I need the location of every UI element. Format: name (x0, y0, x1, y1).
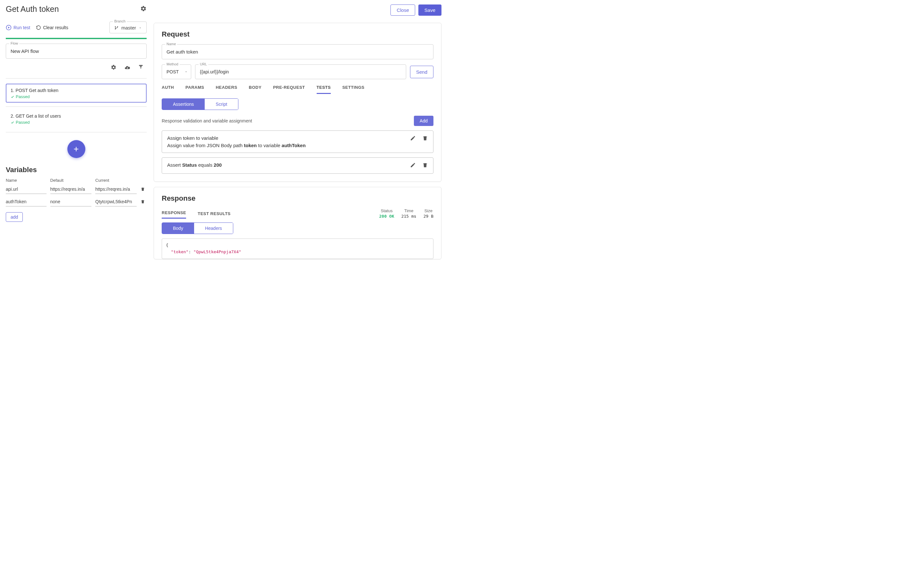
name-value: Get auth token (166, 49, 429, 55)
status-label: Status (381, 208, 393, 213)
add-step-button[interactable]: + (67, 140, 86, 158)
size-label: Size (425, 208, 433, 213)
svg-point-2 (115, 29, 116, 29)
svg-point-1 (115, 26, 116, 27)
col-default-header: Default (50, 178, 92, 183)
url-field[interactable]: URL {{api.url}}/login (195, 64, 406, 79)
run-test-button[interactable]: Run test (6, 25, 30, 31)
branch-select[interactable]: Branch master (110, 21, 147, 33)
col-name-header: Name (6, 178, 47, 183)
add-assertion-button[interactable]: Add (414, 116, 433, 126)
response-panel: Response RESPONSE TEST RESULTS Status 20… (153, 187, 441, 259)
run-test-label: Run test (13, 25, 30, 30)
close-button[interactable]: Close (391, 5, 415, 16)
subtab-assertions[interactable]: Assertions (162, 99, 205, 110)
trash-icon[interactable] (141, 187, 145, 192)
size-value: 29 B (423, 214, 433, 219)
url-field-label: URL (199, 62, 208, 66)
url-value: {{api.url}}/login (200, 69, 401, 74)
clear-results-label: Clear results (43, 25, 68, 30)
plus-icon: + (73, 144, 79, 154)
time-label: Time (404, 208, 413, 213)
method-field-label: Method (165, 62, 180, 66)
method-select[interactable]: Method POST (162, 64, 191, 79)
flow-field[interactable]: Flow New API flow (6, 44, 147, 59)
variable-row (6, 198, 147, 206)
gear-icon[interactable] (140, 5, 147, 13)
subtab-script[interactable]: Script (205, 99, 238, 110)
time-value: 215 ms (401, 214, 417, 219)
upload-icon[interactable] (138, 64, 144, 72)
var-default-input[interactable] (50, 185, 92, 194)
flow-value: New API flow (11, 48, 142, 54)
chevron-down-icon (184, 69, 188, 74)
headers-tab[interactable]: Headers (194, 223, 233, 234)
progress-bar (6, 38, 147, 39)
step-2[interactable]: 2. GET Get a list of users Passed (6, 109, 147, 128)
trash-icon[interactable] (422, 162, 428, 169)
request-title: Request (162, 30, 433, 39)
edit-icon[interactable] (410, 135, 416, 142)
branch-icon (114, 26, 119, 30)
name-field-label: Name (165, 42, 177, 46)
page-title: Get Auth token (6, 5, 59, 14)
tab-params[interactable]: PARAMS (186, 85, 204, 94)
body-tab[interactable]: Body (162, 223, 194, 234)
cloud-download-icon[interactable] (124, 64, 131, 72)
var-default-input[interactable] (50, 198, 92, 206)
send-button[interactable]: Send (410, 66, 433, 78)
name-field[interactable]: Name Get auth token (162, 44, 433, 59)
svg-point-3 (117, 26, 118, 27)
branch-field-label: Branch (113, 19, 127, 23)
assertion-section-text: Response validation and variable assignm… (162, 118, 252, 123)
save-button[interactable]: Save (418, 5, 441, 16)
var-name-input[interactable] (6, 185, 47, 194)
tab-pre-request[interactable]: PRE-REQUEST (273, 85, 305, 94)
variable-row (6, 185, 147, 194)
chevron-down-icon (139, 26, 142, 29)
step-status: Passed (11, 120, 142, 125)
var-name-input[interactable] (6, 198, 47, 206)
method-value: POST (166, 69, 179, 74)
tab-auth[interactable]: AUTH (162, 85, 174, 94)
response-tab-test-results[interactable]: TEST RESULTS (198, 211, 231, 219)
tab-settings[interactable]: SETTINGS (342, 85, 365, 94)
edit-icon[interactable] (410, 162, 416, 169)
trash-icon[interactable] (422, 135, 428, 142)
var-current-input[interactable] (95, 185, 137, 194)
assertion-item: Assert Status equals 200 (162, 157, 433, 174)
check-icon (11, 95, 15, 99)
flow-field-label: Flow (9, 41, 19, 45)
step-title: 1. POST Get auth token (11, 88, 142, 93)
step-title: 2. GET Get a list of users (11, 113, 142, 119)
check-icon (11, 121, 15, 124)
assertion-item: Assign token to variable Assign value fr… (162, 131, 433, 153)
status-value: 200 OK (379, 214, 394, 219)
step-1[interactable]: 1. POST Get auth token Passed (6, 84, 147, 103)
request-panel: Request Name Get auth token Method POST … (153, 23, 441, 182)
gear-icon[interactable] (111, 64, 116, 72)
response-body: { "token": "QpwL5tke4Pnpja7X4" (162, 239, 433, 259)
trash-icon[interactable] (141, 200, 145, 205)
variables-title: Variables (6, 166, 147, 174)
tab-body[interactable]: BODY (249, 85, 262, 94)
response-title: Response (162, 194, 433, 203)
tab-headers[interactable]: HEADERS (216, 85, 237, 94)
var-current-input[interactable] (95, 198, 137, 206)
tab-tests[interactable]: TESTS (317, 85, 331, 94)
assertion-description: Assert Status equals 200 (167, 162, 410, 168)
assertion-description: Assign value from JSON Body path token t… (167, 143, 410, 148)
response-tab-response[interactable]: RESPONSE (162, 210, 186, 219)
add-variable-button[interactable]: add (6, 212, 23, 222)
col-current-header: Current (95, 178, 137, 183)
branch-value: master (121, 25, 136, 31)
step-status: Passed (11, 94, 142, 99)
assertion-title: Assign token to variable (167, 135, 410, 141)
clear-results-button[interactable]: Clear results (36, 25, 68, 30)
